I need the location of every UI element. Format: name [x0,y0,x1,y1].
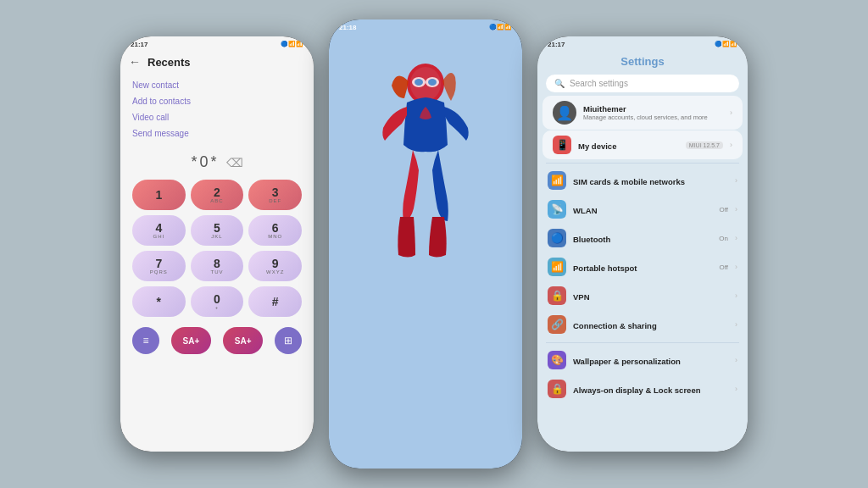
search-placeholder: Search settings [570,79,628,88]
key-1[interactable]: 1 [132,180,186,210]
connection-sharing-title: Connection & sharing [573,321,657,330]
status-bar-right: 21:17 🔵📶📶 [537,36,748,52]
settings-row-my-device[interactable]: 📱 My device MIUI 12.5.7 › [542,130,743,159]
chevron-right-icon: › [730,141,732,149]
key-6[interactable]: 6MNO [248,215,302,246]
status-icons-right: 🔵📶📶 [715,41,737,47]
hotspot-status: Off [719,263,728,271]
key-0[interactable]: 0+ [191,286,244,317]
bluetooth-status: On [719,235,728,242]
vpn-icon: 🔒 [548,286,566,305]
dialer-actions: ≡ SA+ SA+ ⊞ [120,322,314,359]
settings-row-profile[interactable]: 👤 Miuithemer Manage accounts, cloud serv… [542,96,743,130]
vpn-title: VPN [573,292,590,302]
delete-button[interactable]: ⌫ [226,156,243,169]
search-icon: 🔍 [554,79,565,88]
settings-row-wlan[interactable]: 📡 WLAN Off › [537,195,748,224]
wallpaper-title: Wallpaper & personalization [573,357,681,366]
aod-title: Always-on display & Lock screen [573,385,700,395]
sim-title: SIM cards & mobile networks [573,177,685,186]
phones-container: 21:17 🔵📶📶 ← Recents New contact Add to c… [112,11,756,477]
chevron-right-icon: › [735,176,737,185]
settings-row-wallpaper[interactable]: 🎨 Wallpaper & personalization › [537,346,748,374]
svg-point-4 [415,79,423,86]
settings-section-3: 🎨 Wallpaper & personalization › 🔒 Always… [537,346,748,403]
chevron-right-icon: › [735,291,737,300]
avatar-icon: 👤 [553,101,576,125]
status-icons-center: 🔵📶📶 [489,24,512,30]
chevron-right-icon: › [735,320,737,329]
settings-row-vpn[interactable]: 🔒 VPN › [537,281,748,310]
action-sa-plus-1[interactable]: SA+ [171,327,212,354]
spidergirl-figure [366,52,485,306]
phone-left: 21:17 🔵📶📶 ← Recents New contact Add to c… [120,36,314,452]
key-5[interactable]: 5JKL [191,215,244,246]
wlan-icon: 📡 [548,200,566,219]
my-device-title: My device [578,141,616,151]
key-7[interactable]: 7PQRS [132,251,186,281]
key-2[interactable]: 2ABC [191,180,244,210]
settings-section-2: 📶 SIM cards & mobile networks › 📡 WLAN O… [537,166,748,339]
action-grid-button[interactable]: ⊞ [275,327,302,354]
bluetooth-title: Bluetooth [573,235,610,244]
key-9[interactable]: 9WXYZ [248,251,302,281]
menu-item-add-contact[interactable]: Add to contacts [132,93,302,109]
wlan-title: WLAN [573,206,598,215]
dialer-display: *0* ⌫ [120,147,314,175]
status-icons-left: 🔵📶📶 [281,41,303,47]
bluetooth-icon: 🔵 [548,229,566,247]
settings-section-1: 👤 Miuithemer Manage accounts, cloud serv… [537,96,748,159]
time-left: 21:17 [131,41,147,48]
settings-row-bluetooth[interactable]: 🔵 Bluetooth On › [537,224,748,252]
menu-item-video-call[interactable]: Video call [132,109,302,125]
key-4[interactable]: 4GHI [132,215,186,246]
profile-sub: Manage accounts, cloud services, and mor… [583,114,723,121]
phone-center-screen: 21:18 🔵📶📶 [329,19,522,469]
phone-right: 21:17 🔵📶📶 Settings 🔍 Search settings 👤 M… [537,36,748,452]
settings-screen: Settings 🔍 Search settings 👤 Miuithemer … [537,52,748,407]
back-button[interactable]: ← [129,55,141,69]
divider-1 [546,163,739,164]
wallpaper-icon: 🎨 [548,351,566,369]
chevron-right-icon: › [735,263,737,271]
miui-badge: MIUI 12.5.7 [686,141,723,149]
action-menu-button[interactable]: ≡ [132,327,159,354]
settings-title: Settings [537,52,748,71]
key-8[interactable]: 8TUV [191,251,244,281]
key-hash[interactable]: # [248,286,302,317]
chevron-right-icon: › [730,108,732,117]
settings-row-hotspot[interactable]: 📶 Portable hotspot Off › [537,252,748,281]
sim-icon: 📶 [548,171,566,190]
status-bar-left: 21:17 🔵📶📶 [120,36,314,52]
connection-sharing-icon: 🔗 [548,315,566,334]
svg-point-5 [428,79,437,86]
wlan-status: Off [719,206,728,214]
action-sa-plus-2[interactable]: SA+ [223,327,264,354]
time-right: 21:17 [548,41,565,48]
hotspot-icon: 📶 [548,258,566,276]
chevron-right-icon: › [735,356,737,364]
menu-item-send-message[interactable]: Send message [132,125,302,141]
recents-menu: New contact Add to contacts Video call S… [120,72,314,147]
key-3[interactable]: 3DEF [248,180,302,210]
settings-row-aod[interactable]: 🔒 Always-on display & Lock screen › [537,374,748,403]
hotspot-title: Portable hotspot [573,263,637,273]
my-device-icon: 📱 [553,136,571,154]
phone-left-screen: 21:17 🔵📶📶 ← Recents New contact Add to c… [120,36,314,452]
recents-title: Recents [147,56,191,69]
aod-icon: 🔒 [548,380,566,398]
menu-item-new-contact[interactable]: New contact [132,77,302,93]
settings-row-connection-sharing[interactable]: 🔗 Connection & sharing › [537,310,748,339]
chevron-right-icon: › [735,205,737,214]
settings-row-sim[interactable]: 📶 SIM cards & mobile networks › [537,166,748,195]
settings-search-bar[interactable]: 🔍 Search settings [546,75,739,92]
chevron-right-icon: › [735,234,737,242]
profile-name: Miuithemer [583,104,723,114]
phone-right-screen: 21:17 🔵📶📶 Settings 🔍 Search settings 👤 M… [537,36,748,452]
phone-center: 21:18 🔵📶📶 [329,19,522,469]
divider-2 [546,342,739,343]
chevron-right-icon: › [735,385,737,393]
status-bar-center: 21:18 🔵📶📶 [329,19,522,35]
key-star[interactable]: * [132,286,186,317]
recents-header: ← Recents [120,52,314,72]
